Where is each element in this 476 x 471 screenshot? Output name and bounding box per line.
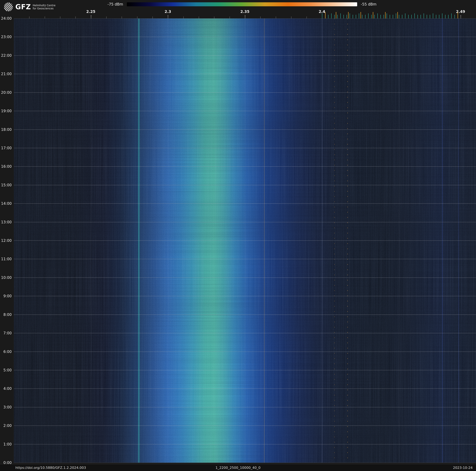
time-label: 3:00: [3, 405, 12, 409]
signal-marker-tick: [433, 13, 433, 18]
time-label: 15:00: [1, 183, 12, 187]
time-label: 22:00: [1, 53, 12, 58]
freq-tick-minor: [91, 17, 91, 18]
signal-marker-tick: [322, 13, 322, 18]
freq-tick-minor: [461, 17, 461, 18]
time-gridline: [14, 148, 476, 148]
signal-marker-tick: [402, 15, 402, 18]
freq-tick-minor: [214, 17, 214, 18]
signal-marker-tick: [384, 15, 384, 18]
signal-marker-tick: [340, 13, 341, 18]
dataset-id: 1_2200_2500_10000_40_0: [216, 466, 261, 470]
time-gridline: [14, 240, 476, 241]
time-label: 21:00: [1, 72, 12, 76]
time-label: 13:00: [1, 220, 12, 224]
time-gridline: [14, 444, 476, 444]
freq-tick-minor: [106, 17, 107, 18]
freq-tick-minor: [291, 17, 291, 18]
signal-marker-tick: [353, 15, 353, 18]
time-gridline: [14, 203, 476, 204]
freq-tick-minor: [122, 17, 122, 18]
freq-tick-minor: [306, 17, 307, 18]
time-label: 23:00: [1, 35, 12, 39]
signal-marker-tick: [377, 13, 378, 18]
freq-tick-label: 2.35: [240, 10, 249, 14]
freq-tick-minor: [230, 17, 230, 18]
time-gridline: [14, 55, 476, 56]
freq-tick-minor: [45, 17, 45, 18]
signal-marker-tick: [373, 12, 373, 18]
signal-marker-tick: [331, 13, 332, 18]
signal-marker-tick: [442, 13, 442, 18]
signal-marker-tick: [337, 15, 338, 18]
time-label: 8:00: [3, 312, 12, 317]
colorbar-min-label: -75 dBm: [107, 2, 123, 6]
signal-marker-tick: [362, 15, 362, 18]
signal-marker-tick: [336, 12, 336, 18]
time-label: 7:00: [3, 331, 12, 335]
time-label: 20:00: [1, 91, 12, 95]
freq-tick-label: 2.4: [319, 10, 325, 14]
freq-tick-minor: [60, 17, 60, 18]
freq-tick-minor: [199, 17, 199, 18]
time-label: 2:00: [3, 423, 12, 428]
signal-marker-tick: [405, 13, 405, 18]
signal-marker-tick: [356, 15, 356, 18]
signal-marker-tick: [458, 12, 458, 18]
freq-tick-label: 2.25: [86, 10, 95, 14]
signal-marker-tick: [411, 15, 412, 18]
gfz-logo-icon: [4, 2, 13, 11]
signal-marker-tick: [380, 15, 381, 18]
signal-marker-tick: [451, 13, 452, 18]
signal-marker-tick: [396, 13, 396, 18]
time-gridline: [14, 222, 476, 222]
time-axis: 24:0023:0022:0021:0020:0019:0018:0017:00…: [0, 18, 13, 463]
signal-marker-tick: [439, 15, 439, 18]
time-label: 9:00: [3, 294, 12, 298]
time-gridline: [14, 129, 476, 130]
time-label: 1:00: [3, 442, 12, 446]
time-gridline: [14, 185, 476, 185]
signal-marker-tick: [448, 15, 448, 18]
freq-tick-minor: [168, 17, 168, 18]
signal-marker-tick: [385, 12, 386, 18]
signal-marker-tick: [430, 15, 430, 18]
time-gridline: [14, 333, 476, 333]
signal-marker-tick: [445, 15, 445, 18]
colorbar-gradient: [127, 2, 357, 6]
spectrogram-page: GFZ Helmholtz Centre for Geosciences -75…: [0, 0, 476, 471]
time-gridline: [14, 388, 476, 389]
time-label: 10:00: [1, 275, 12, 280]
time-label: 4:00: [3, 386, 12, 391]
signal-marker-tick: [334, 15, 335, 18]
signal-marker-tick: [350, 13, 350, 18]
signal-marker-tick: [418, 15, 418, 18]
time-label: 6:00: [3, 350, 12, 354]
signal-marker-tick: [360, 12, 361, 18]
signal-marker-tick: [414, 13, 415, 18]
time-label: 11:00: [1, 257, 12, 261]
time-gridline: [14, 352, 476, 352]
freq-tick-minor: [276, 17, 276, 18]
signal-marker-tick: [348, 12, 349, 18]
signal-marker-tick: [359, 13, 359, 18]
signal-marker-tick: [399, 15, 399, 18]
signal-marker-tick: [343, 15, 344, 18]
freq-tick-label: 2.3: [165, 10, 171, 14]
signal-marker-tick: [427, 15, 427, 18]
signal-marker-tick: [408, 15, 408, 18]
time-label: 14:00: [1, 201, 12, 206]
time-gridline: [14, 407, 476, 407]
time-label: 18:00: [1, 127, 12, 132]
colorbar: -75 dBm -55 dBm: [107, 2, 376, 6]
time-gridline: [14, 259, 476, 259]
doi-link[interactable]: https://doi.org/10.5880/GFZ.1.2.2024.003: [15, 466, 86, 470]
signal-marker-tick: [371, 15, 372, 18]
signal-marker-tick: [374, 15, 375, 18]
signal-marker-tick: [347, 15, 347, 18]
signal-marker-tick: [455, 15, 455, 18]
time-label: 17:00: [1, 146, 12, 150]
time-label: 24:00: [1, 16, 12, 21]
freq-tick-minor: [260, 17, 261, 18]
freq-tick-minor: [29, 17, 30, 18]
